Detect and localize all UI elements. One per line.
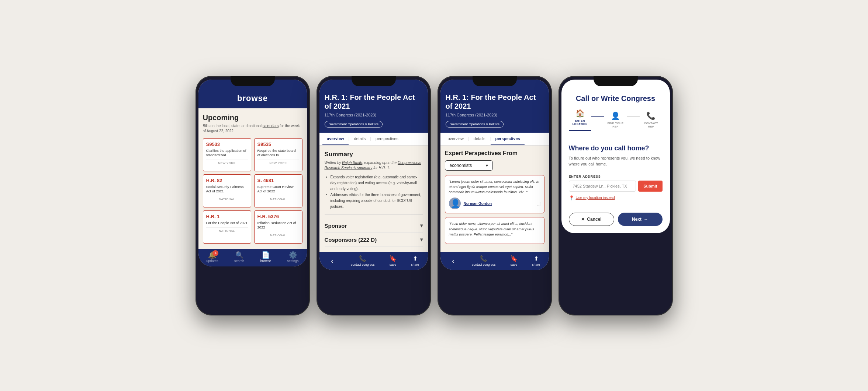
save-label: save	[511, 263, 517, 266]
upcoming-description: Bills on the local, state, and national …	[203, 123, 302, 134]
bill-id: H.R. 5376	[257, 214, 299, 219]
perspective-quote-2: "Proin dolor nunc, ullamcorper sit amet …	[449, 221, 540, 237]
cancel-label: Cancel	[587, 217, 601, 222]
tab-overview[interactable]: overview	[443, 133, 468, 145]
nav-updates[interactable]: 🔔 4 updates	[206, 252, 218, 263]
expert-name[interactable]: Norman Gordon	[464, 202, 492, 206]
expert-avatar	[449, 198, 461, 209]
step-find-rep: 👤 FIND YOURREP	[604, 111, 627, 128]
bill-desc: Clarifies the application of standardize…	[206, 149, 248, 158]
location-link-label: Use my location instead	[576, 196, 615, 200]
use-location-link[interactable]: 📍 Use my location instead	[569, 195, 663, 200]
tab-bar: overview | details | perspectives	[319, 133, 428, 146]
step-label-3: CONTACTREP	[644, 122, 658, 128]
bill-card[interactable]: H.R. 82 Social Security Fairness Act of …	[203, 174, 251, 207]
submit-label: Submit	[643, 184, 657, 188]
share-button[interactable]: ⬆ share	[411, 255, 419, 266]
share-button[interactable]: ⬆ share	[532, 255, 540, 266]
cancel-x-icon: ✕	[581, 217, 585, 222]
dropdown-label: economists	[450, 163, 472, 168]
nav-search[interactable]: 🔍 search	[234, 252, 244, 263]
location-heading: Where do you call home?	[569, 144, 663, 152]
step-label: ENTERLOCATION	[573, 119, 588, 126]
bill-location: NATIONAL	[257, 232, 299, 237]
save-button[interactable]: 🔖 save	[389, 255, 397, 266]
author-link[interactable]: Ralph Smith	[342, 161, 362, 165]
phone-notch	[352, 76, 396, 86]
bill-desc: Supreme Court Review Act of 2022	[257, 185, 299, 194]
cosponsors-label: Cosponsors (222 D)	[325, 237, 377, 243]
tab-perspectives[interactable]: perspectives	[371, 133, 403, 145]
phone-icon: 📞	[480, 255, 487, 262]
bookmark-icon: 🔖	[389, 255, 397, 262]
back-button[interactable]: ‹	[449, 255, 457, 266]
phone-bill-perspectives: H.R. 1: For the People Act of 2021 117th…	[438, 76, 552, 315]
phone-notch	[473, 76, 517, 86]
updates-badge: 4	[212, 250, 218, 256]
sponsor-chevron-icon: ▾	[420, 223, 423, 228]
home-icon: 🏠	[575, 109, 585, 118]
perspective-quote: "Lorem ipsum dolor sit amet, consectetur…	[449, 179, 540, 195]
nav-settings-label: settings	[287, 259, 299, 263]
search-icon: 🔍	[235, 252, 243, 258]
save-button[interactable]: 🔖 save	[510, 255, 518, 266]
step-connector-2	[627, 116, 640, 117]
phone-notch	[231, 76, 275, 86]
external-link-icon[interactable]: ⬚	[536, 201, 540, 206]
nav-browse-label: browse	[260, 259, 271, 263]
share-icon: ⬆	[413, 255, 418, 262]
tab-bar: overview | details | perspectives	[440, 133, 549, 146]
bill-title: H.R. 1: For the People Act of 2021	[325, 93, 423, 111]
category-badge[interactable]: Government Operations & Politics	[446, 121, 504, 128]
phone-icon: 📞	[359, 255, 366, 262]
submit-button[interactable]: Submit	[638, 181, 662, 192]
next-button[interactable]: Next →	[618, 213, 663, 226]
expert-type-dropdown[interactable]: economists ▾	[445, 160, 493, 171]
next-arrow-icon: →	[644, 217, 648, 222]
bill-card[interactable]: S9533 Clarifies the application of stand…	[203, 138, 251, 171]
bill-id: H.R. 1	[206, 214, 248, 219]
nav-settings[interactable]: ⚙️ settings	[287, 252, 299, 263]
bill-desc: Social Security Fairness Act of 2021	[206, 185, 248, 194]
step-contact-rep: 📞 CONTACTREP	[640, 111, 662, 128]
contact-congress-button[interactable]: 📞 contact congress	[351, 255, 374, 266]
congress-label: 117th Congress (2021-2023)	[325, 113, 423, 117]
step-enter-location: 🏠 ENTERLOCATION	[569, 109, 591, 131]
bill-card[interactable]: H.R. 5376 Inflation Reduction Act of 202…	[254, 210, 302, 244]
sponsor-section[interactable]: Sponsor ▾	[325, 219, 423, 233]
tab-perspectives[interactable]: perspectives	[491, 133, 524, 145]
browse-title: browse	[204, 94, 301, 103]
cosponsors-section[interactable]: Cosponsors (222 D) ▾	[325, 233, 423, 247]
calendars-link[interactable]: calendars	[263, 124, 279, 128]
cancel-button[interactable]: ✕ Cancel	[569, 213, 614, 226]
share-icon: ⬆	[534, 255, 539, 262]
bill-card[interactable]: S9535 Requires the state board of electi…	[254, 138, 302, 171]
pin-icon: 📍	[569, 195, 574, 200]
bill-desc: Requires the state board of elections to…	[257, 149, 299, 158]
tab-details[interactable]: details	[469, 133, 490, 145]
nav-browse[interactable]: 📄 browse	[260, 252, 271, 263]
settings-icon: ⚙️	[289, 252, 297, 258]
summary-bullets: Expands voter registration (e.g. automat…	[325, 174, 423, 210]
address-input[interactable]	[569, 181, 636, 192]
location-description: To figure out who represents you, we nee…	[569, 155, 663, 167]
phone-browse: browse Upcoming Bills on the local, stat…	[196, 76, 310, 315]
contact-label: contact congress	[472, 263, 495, 266]
phone-contact-congress: Call or Write Congress 🏠 ENTERLOCATION 👤…	[559, 76, 673, 315]
tab-details[interactable]: details	[349, 133, 370, 145]
bill-id: H.R. 82	[206, 178, 248, 183]
nav-search-label: search	[234, 259, 244, 263]
perspectives-heading: Expert Perspectives From	[445, 150, 544, 157]
bill-card[interactable]: H.R. 1 For the People Act of 2021 NATION…	[203, 210, 251, 244]
bill-card[interactable]: S. 4681 Supreme Court Review Act of 2022…	[254, 174, 302, 207]
crs-link[interactable]: Congressional Research Service's summary	[325, 161, 421, 170]
bottom-navigation: 🔔 4 updates 🔍 search 📄 browse ⚙️ setting…	[198, 249, 307, 266]
back-button[interactable]: ‹	[328, 255, 336, 266]
phone-icon: 📞	[646, 111, 656, 120]
bill-desc: For the People Act of 2021	[206, 221, 248, 225]
category-badge[interactable]: Government Operations & Politics	[325, 121, 383, 128]
cwc-steps: 🏠 ENTERLOCATION 👤 FIND YOURREP 📞 CONTACT…	[569, 109, 663, 131]
bill-location: NATIONAL	[206, 227, 248, 233]
contact-congress-button[interactable]: 📞 contact congress	[472, 255, 495, 266]
tab-overview[interactable]: overview	[322, 133, 349, 145]
